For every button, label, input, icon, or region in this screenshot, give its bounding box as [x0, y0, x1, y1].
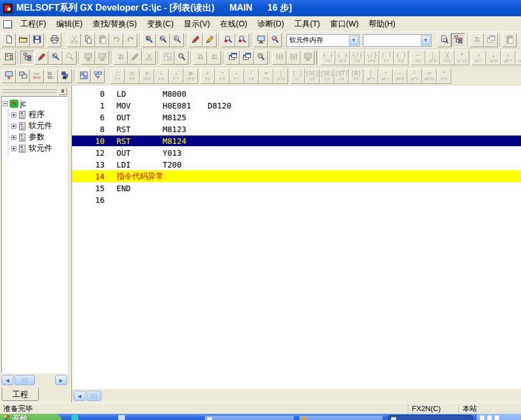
copy-button[interactable] [81, 33, 95, 47]
sfc-comment-button[interactable]: [ ]c1 [290, 69, 305, 84]
menu-诊断D[interactable]: 诊断(D) [252, 17, 289, 31]
mdi-child-icon[interactable] [3, 20, 12, 28]
sfc-se-button[interactable]: [SE]c3 [320, 69, 334, 84]
sfc-selection-button[interactable]: ⊠sF5 [183, 69, 198, 84]
sfc-line-a5-button[interactable]: │aF5 [363, 69, 378, 84]
paste-button[interactable] [95, 33, 109, 47]
save-project-button[interactable] [30, 33, 44, 47]
sfc-transition-button[interactable]: +F5 [200, 69, 215, 84]
tree-item-3[interactable]: 软元件 [8, 143, 67, 154]
sfc-step-button[interactable]: □F5 [110, 69, 125, 84]
redo-button[interactable] [123, 33, 137, 47]
app-icon[interactable] [3, 3, 13, 13]
expand-box[interactable] [11, 112, 16, 118]
memory-grid-button[interactable] [77, 69, 91, 83]
list-row-step-16[interactable]: 16 [72, 194, 521, 206]
help-find-button[interactable]: ? [254, 51, 268, 65]
print-button[interactable] [47, 33, 61, 47]
tab-project[interactable]: 工程 [2, 387, 39, 401]
menu-变换C[interactable]: 变换(C) [142, 17, 178, 31]
block-insert-button[interactable] [91, 69, 105, 83]
sfc-reset-button[interactable]: [R]c5 [349, 69, 363, 84]
sfc-branch-right-button[interactable]: ¬F6 [215, 69, 230, 84]
undo-button[interactable] [109, 33, 123, 47]
sfc-converge-right-button[interactable]: ┘F8 [244, 69, 259, 84]
pulse-falling-button[interactable]: ↓sF8 [486, 50, 501, 65]
open-project-button[interactable] [16, 33, 30, 47]
blank-combo[interactable]: ▼ [363, 34, 432, 47]
menu-查找/替换S[interactable]: 查找/替换(S) [88, 17, 142, 31]
plc-write-button[interactable] [2, 69, 16, 83]
scroll-left-icon[interactable]: ◄ [2, 375, 14, 385]
delete-horizontal-line-button[interactable]: ╳cF9 [440, 50, 455, 65]
menu-编辑E[interactable]: 编辑(E) [51, 17, 88, 31]
error-list-button[interactable]: c+verror [30, 69, 44, 83]
device-memory-combo[interactable]: 软元件内存▼ [286, 34, 360, 47]
expand-box[interactable] [11, 135, 16, 140]
cut-button[interactable] [67, 33, 81, 47]
window-new-button[interactable] [240, 51, 254, 65]
sfc-line-a8-button[interactable]: ⌐aF8 [393, 69, 407, 84]
monitor-check-button[interactable] [268, 33, 282, 47]
list-row-step-15[interactable]: 15END [72, 182, 521, 194]
horizontal-line-button[interactable]: ─F9 [411, 50, 425, 65]
chevron-down-icon[interactable]: ▼ [421, 35, 430, 46]
sfc-line-a9-button[interactable]: ┘aF9 [407, 69, 422, 84]
coil-button[interactable]: ( )F7 [379, 50, 394, 65]
device-batch-button[interactable] [160, 51, 174, 65]
chevron-down-icon[interactable]: ▼ [349, 35, 358, 46]
sfc-jump-button[interactable]: ↳F8 [154, 69, 169, 84]
delete-vertical-line-button[interactable]: *cF10 [455, 50, 469, 65]
list-row-step-0[interactable]: 0LDM8000 [72, 88, 521, 100]
list-row-step-13[interactable]: 13LDIT200 [72, 159, 521, 170]
monitor-watch-button[interactable] [174, 51, 188, 65]
sfc-end-step-button[interactable]: ⊥F7 [169, 69, 183, 84]
menu-帮助H[interactable]: 帮助(H) [363, 17, 400, 31]
pulse-rising-branch-button[interactable]: ⇑aF7 [501, 50, 515, 65]
pulse-rising-button[interactable]: ↑sF7 [471, 50, 486, 65]
tree-item-2[interactable]: 参数 [8, 132, 67, 143]
expand-box[interactable] [3, 101, 8, 106]
remote-stop-button[interactable] [95, 51, 109, 65]
start-button[interactable]: 开始 [0, 414, 62, 420]
comment-edit-button[interactable] [34, 51, 48, 65]
menu-工具T[interactable]: 工具(T) [289, 17, 325, 31]
quick-launch-icon[interactable] [71, 415, 78, 420]
menu-显示V[interactable]: 显示(V) [179, 17, 215, 31]
open-branch-button[interactable]: ┐ ├sF5 [335, 50, 350, 65]
pulse-falling-branch-button[interactable]: ⇓aF8 [515, 50, 521, 65]
sfc-st-button[interactable]: [ST]c4 [334, 69, 349, 84]
tree-root-jc[interactable]: jc [3, 98, 67, 109]
scroll-right-icon[interactable]: ► [55, 375, 67, 385]
circuit-monitor-button[interactable] [235, 33, 249, 47]
ladder-symbol-mode-button[interactable] [2, 51, 16, 65]
close-contact-button[interactable]: ┤/├F6 [350, 50, 365, 65]
expand-box[interactable] [11, 146, 16, 151]
list-row-step-8[interactable]: 8RSTM8123 [72, 123, 521, 135]
register-monitor-button[interactable] [484, 33, 498, 47]
find-replace-button[interactable]: A [170, 33, 184, 47]
window-cascade-button[interactable] [226, 51, 240, 65]
step-number-button[interactable]: S1S9↓ [44, 69, 58, 83]
sampling-trace-button[interactable] [286, 51, 300, 65]
vertical-line-button[interactable]: │sF9 [425, 50, 440, 65]
delete-block-button[interactable] [142, 51, 156, 65]
sfc-converge-line-button[interactable]: ═F9 [259, 69, 273, 84]
menu-在线O[interactable]: 在线(O) [215, 17, 252, 31]
scroll-thumb[interactable] [87, 391, 101, 401]
edit-block-button[interactable] [128, 51, 142, 65]
list-row-step-10[interactable]: 10RSTM8124 [72, 135, 521, 147]
sfc-delete-line-button[interactable]: *cF9 [437, 69, 451, 84]
list-row-step-1[interactable]: 1MOVH0E081D8120 [72, 100, 521, 111]
plc-verify-button[interactable] [16, 69, 30, 83]
list-row-step-12[interactable]: 12OUTY013 [72, 147, 521, 159]
tree-item-1[interactable]: 软元件 [8, 120, 67, 132]
sfc-dummy-step-button[interactable]: ⊟F6 [125, 69, 140, 84]
sfc-branch-left-button[interactable]: ⌐F7 [230, 69, 244, 84]
close-branch-button[interactable]: ┐/├sF6 [365, 50, 379, 65]
list-row-step-14[interactable]: 14指令代码异常 [72, 170, 521, 182]
project-tree-toggle-button[interactable] [20, 51, 34, 65]
marker-red-button[interactable] [188, 33, 203, 47]
quick-launch-icon[interactable] [118, 415, 125, 420]
device-test-button[interactable] [272, 51, 286, 65]
